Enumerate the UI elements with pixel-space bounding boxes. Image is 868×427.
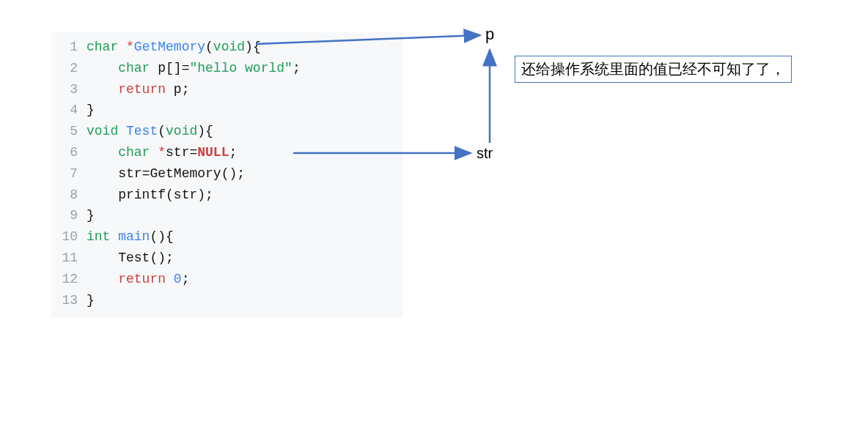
label-str: str (477, 145, 493, 162)
line-number: 2 (51, 58, 87, 79)
code-content: char p[]="hello world"; (87, 58, 403, 79)
code-content: printf(str); (87, 185, 403, 206)
line-number: 6 (51, 142, 87, 163)
line-number: 3 (51, 79, 87, 100)
line-number: 12 (51, 269, 87, 290)
code-block: 1char *GetMemory(void){2 char p[]="hello… (51, 32, 403, 318)
line-number: 10 (51, 226, 87, 248)
code-content: Test(); (87, 248, 403, 269)
code-content: return p; (87, 79, 403, 100)
code-line: 7 str=GetMemory(); (51, 163, 403, 185)
label-p: p (485, 25, 494, 44)
code-content: str=GetMemory(); (87, 163, 403, 185)
code-line: 12 return 0; (51, 269, 403, 290)
line-number: 7 (51, 163, 87, 185)
code-line: 1char *GetMemory(void){ (51, 37, 403, 58)
line-number: 5 (51, 121, 87, 142)
line-number: 1 (51, 37, 87, 58)
code-content: } (87, 205, 403, 226)
code-line: 4} (51, 100, 403, 121)
code-content: int main(){ (87, 226, 403, 248)
code-content: return 0; (87, 269, 403, 290)
line-number: 4 (51, 100, 87, 121)
code-line: 8 printf(str); (51, 185, 403, 206)
line-number: 9 (51, 205, 87, 226)
code-line: 3 return p; (51, 79, 403, 100)
line-number: 11 (51, 248, 87, 269)
code-line: 2 char p[]="hello world"; (51, 58, 403, 79)
line-number: 8 (51, 185, 87, 206)
code-line: 13} (51, 290, 403, 311)
code-line: 11 Test(); (51, 248, 403, 269)
code-line: 5void Test(void){ (51, 121, 403, 142)
code-content: } (87, 290, 403, 311)
code-line: 9} (51, 205, 403, 226)
code-content: } (87, 100, 403, 121)
code-content: char *str=NULL; (87, 142, 403, 163)
code-content: void Test(void){ (87, 121, 403, 142)
line-number: 13 (51, 290, 87, 311)
code-line: 6 char *str=NULL; (51, 142, 403, 163)
code-content: char *GetMemory(void){ (87, 37, 403, 58)
code-line: 10int main(){ (51, 226, 403, 248)
note-box: 还给操作系统里面的值已经不可知了了， (515, 56, 792, 83)
